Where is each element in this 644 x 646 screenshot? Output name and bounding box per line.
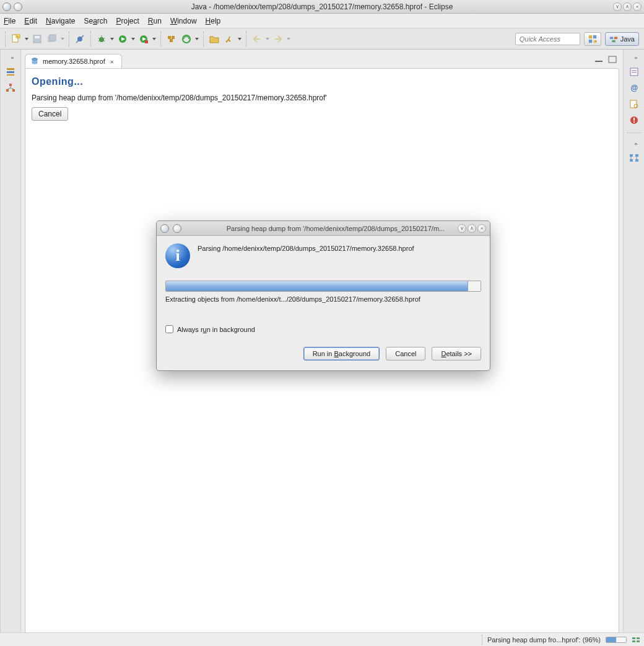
- menu-edit[interactable]: Edit: [24, 17, 37, 25]
- new-type-button[interactable]: [180, 32, 193, 46]
- menubar: File Edit Navigate Search Project Run Wi…: [0, 14, 644, 28]
- svg-rect-58: [635, 159, 638, 162]
- hierarchy-icon[interactable]: [4, 82, 17, 94]
- restore-view-icon-right2[interactable]: ▫: [632, 139, 640, 148]
- svg-rect-38: [12, 89, 15, 92]
- svg-point-24: [226, 41, 227, 42]
- debug-button[interactable]: [95, 32, 108, 46]
- svg-rect-4: [35, 36, 40, 38]
- svg-rect-55: [630, 154, 633, 157]
- dialog-maximize-button[interactable]: ∧: [468, 224, 476, 233]
- svg-line-13: [98, 40, 100, 41]
- navigator-icon[interactable]: [628, 152, 640, 164]
- restore-view-icon[interactable]: ▫: [8, 53, 17, 62]
- run-last-dropdown[interactable]: [152, 32, 157, 46]
- search-button[interactable]: [222, 32, 236, 46]
- run-in-background-button[interactable]: Run in Background: [303, 347, 380, 360]
- nav-back-button[interactable]: [250, 32, 264, 46]
- menu-search[interactable]: Search: [84, 17, 107, 25]
- new-package-button[interactable]: [165, 32, 178, 46]
- tab-close-icon[interactable]: ✕: [109, 58, 115, 65]
- outline-icon[interactable]: @: [628, 82, 640, 94]
- svg-line-8: [76, 35, 84, 43]
- status-progress-bar[interactable]: [606, 637, 627, 643]
- run-dropdown[interactable]: [131, 32, 136, 46]
- svg-rect-45: [609, 56, 616, 63]
- dialog-close-button[interactable]: ×: [477, 224, 486, 233]
- nav-back-dropdown[interactable]: [265, 32, 270, 46]
- editor-cancel-button[interactable]: Cancel: [32, 107, 68, 121]
- svg-rect-61: [632, 637, 635, 639]
- svg-text:@: @: [630, 84, 638, 92]
- editor-tab[interactable]: memory.32658.hprof ✕: [25, 54, 122, 68]
- save-button[interactable]: [30, 32, 44, 46]
- details-button[interactable]: Details >>: [432, 347, 481, 360]
- task-list-icon[interactable]: [628, 66, 640, 78]
- progress-dialog: Parsing heap dump from '/home/denixx/tem…: [156, 220, 490, 371]
- restore-view-icon-right[interactable]: ▫: [632, 53, 640, 62]
- svg-line-40: [7, 88, 11, 89]
- left-trim-bar: ▫: [0, 50, 21, 645]
- dialog-subtask: Extracting objects from /home/denixx/t..…: [165, 295, 481, 303]
- always-background-checkbox-row[interactable]: Always run in background: [165, 325, 481, 333]
- svg-rect-26: [593, 35, 596, 38]
- dialog-message: Parsing /home/denixx/temp/208/dumps_2015…: [198, 243, 414, 252]
- svg-rect-62: [637, 637, 640, 639]
- dialog-minimize-button[interactable]: ∨: [458, 224, 466, 233]
- always-background-checkbox[interactable]: [165, 325, 173, 333]
- svg-line-12: [103, 38, 105, 39]
- new-button[interactable]: +: [9, 32, 23, 46]
- problems-icon[interactable]: [628, 114, 640, 126]
- close-button[interactable]: ×: [633, 2, 642, 11]
- open-resource-button[interactable]: [207, 32, 221, 46]
- menu-run[interactable]: Run: [148, 17, 162, 25]
- window-menu-icon[interactable]: [14, 2, 22, 11]
- dialog-cancel-button[interactable]: Cancel: [386, 347, 425, 360]
- titlebar-right-controls: ∨ ∧ ×: [613, 2, 642, 11]
- quick-access-input[interactable]: [515, 33, 580, 45]
- svg-rect-25: [589, 35, 592, 38]
- svg-rect-19: [145, 40, 148, 43]
- svg-line-41: [11, 88, 14, 89]
- nav-forward-button[interactable]: [271, 32, 285, 46]
- svg-rect-46: [630, 68, 638, 76]
- always-background-label: Always run in background: [177, 326, 255, 333]
- new-type-dropdown[interactable]: [194, 32, 199, 46]
- nav-forward-dropdown[interactable]: [286, 32, 291, 46]
- menu-navigate[interactable]: Navigate: [46, 17, 75, 25]
- svg-rect-36: [9, 84, 12, 86]
- menu-window[interactable]: Window: [170, 17, 197, 25]
- search-results-icon[interactable]: [628, 98, 640, 110]
- svg-text:+: +: [594, 38, 597, 43]
- run-button[interactable]: [116, 32, 129, 46]
- menu-project[interactable]: Project: [116, 17, 139, 25]
- svg-rect-21: [172, 36, 175, 39]
- svg-rect-30: [610, 37, 613, 39]
- run-last-button[interactable]: [137, 32, 150, 46]
- eclipse-app-icon: [2, 2, 11, 11]
- dialog-menu-icon[interactable]: [173, 224, 181, 233]
- debug-dropdown[interactable]: [110, 32, 115, 46]
- open-perspective-button[interactable]: +: [584, 32, 601, 46]
- save-all-button[interactable]: [45, 32, 59, 46]
- minimize-view-icon[interactable]: [594, 56, 603, 63]
- svg-rect-56: [635, 154, 638, 157]
- search-dropdown[interactable]: [237, 32, 242, 46]
- save-all-dropdown[interactable]: [60, 32, 65, 46]
- show-progress-icon[interactable]: [632, 635, 640, 644]
- main-toolbar: +: [0, 28, 644, 50]
- svg-rect-54: [633, 121, 635, 123]
- package-explorer-icon[interactable]: [4, 66, 17, 78]
- minimize-button[interactable]: ∨: [613, 2, 622, 11]
- menu-file[interactable]: File: [4, 17, 15, 25]
- dialog-titlebar[interactable]: Parsing heap dump from '/home/denixx/tem…: [157, 221, 490, 236]
- window-titlebar: Java - /home/denixx/temp/208/dumps_20150…: [0, 0, 644, 14]
- maximize-button[interactable]: ∧: [623, 2, 632, 11]
- java-perspective-button[interactable]: Java: [605, 32, 639, 46]
- svg-rect-20: [168, 36, 171, 39]
- new-dropdown[interactable]: [24, 32, 29, 46]
- editor-tab-bar: memory.32658.hprof ✕: [25, 53, 619, 68]
- maximize-view-icon[interactable]: [608, 56, 617, 63]
- skip-breakpoints-button[interactable]: [73, 32, 87, 46]
- menu-help[interactable]: Help: [206, 17, 221, 25]
